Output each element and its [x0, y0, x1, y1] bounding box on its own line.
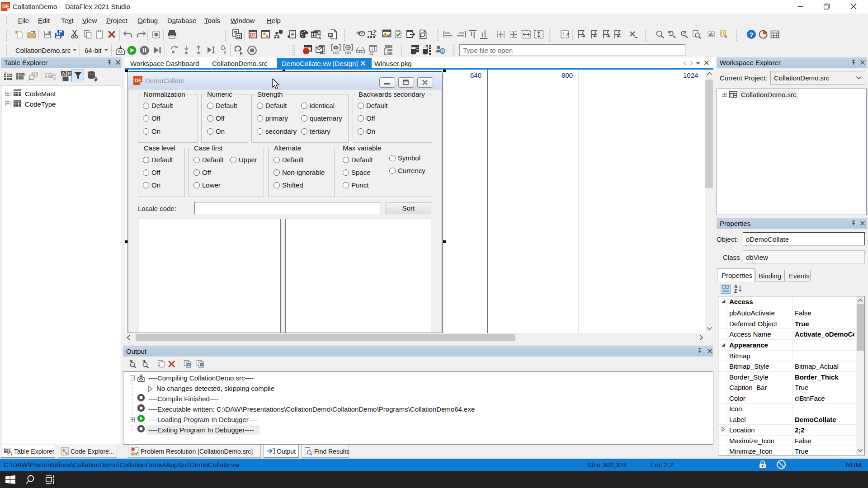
svg-text:›: ›	[713, 30, 715, 35]
svg-text:?: ?	[750, 31, 754, 38]
svg-text:DF: DF	[135, 78, 142, 83]
svg-text:DF: DF	[2, 4, 9, 9]
svg-text:1↗: 1↗	[562, 32, 569, 37]
svg-text:1: 1	[68, 71, 71, 75]
svg-text:Z: Z	[734, 289, 737, 293]
svg-text:DF: DF	[250, 32, 257, 38]
svg-text:#: #	[224, 50, 227, 55]
svg-text:A: A	[62, 71, 65, 76]
